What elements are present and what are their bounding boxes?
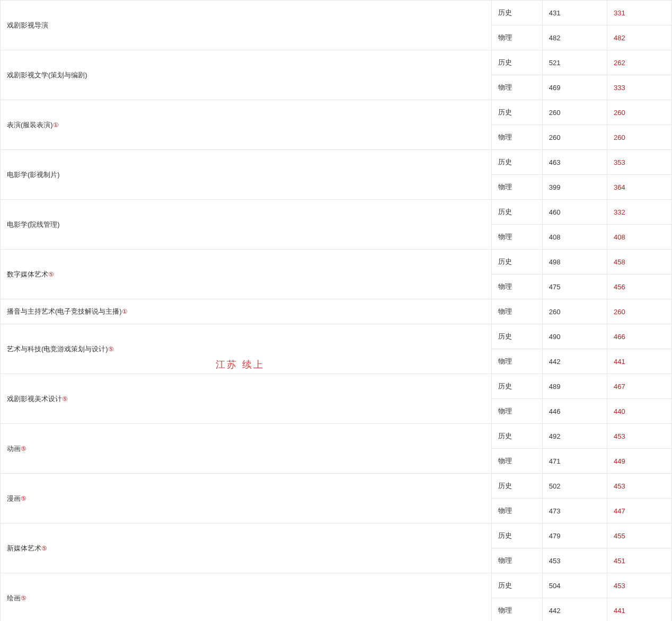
score1-cell: 473 <box>542 499 607 524</box>
score1-cell: 463 <box>542 150 607 175</box>
score1-cell: 469 <box>542 75 607 100</box>
score1-cell: 442 <box>542 598 607 622</box>
footnote-marker: ① <box>122 308 128 315</box>
table-row: 表演(服装表演)①历史260260 <box>1 100 672 125</box>
major-cell: 漫画⑤ <box>1 474 492 524</box>
subject-cell: 物理 <box>491 75 542 100</box>
major-name: 漫画 <box>7 494 21 502</box>
score2-cell: 467 <box>607 374 671 399</box>
score2-cell: 447 <box>607 499 671 524</box>
score1-cell: 479 <box>542 524 607 548</box>
subject-cell: 物理 <box>491 449 542 474</box>
score1-cell: 260 <box>542 299 607 324</box>
scores-table: 戏剧影视导演历史431331物理482482戏剧影视文学(策划与编剧)历史521… <box>0 0 672 621</box>
subject-cell: 物理 <box>491 25 542 50</box>
major-cell: 电影学(影视制片) <box>1 150 492 200</box>
score1-cell: 502 <box>542 474 607 499</box>
subject-cell: 历史 <box>491 150 542 175</box>
score2-cell: 455 <box>607 524 671 548</box>
major-name: 新媒体艺术 <box>7 544 41 552</box>
score1-cell: 460 <box>542 200 607 225</box>
score2-cell: 260 <box>607 100 671 125</box>
table-row: 电影学(院线管理)历史460332 <box>1 200 672 225</box>
subject-cell: 历史 <box>491 200 542 225</box>
major-name: 电影学(影视制片) <box>7 171 60 179</box>
table-row: 播音与主持艺术(电子竞技解说与主播)①物理260260 <box>1 299 672 324</box>
score1-cell: 498 <box>542 250 607 274</box>
table-row: 数字媒体艺术⑤历史498458 <box>1 250 672 274</box>
subject-cell: 历史 <box>491 474 542 499</box>
major-cell: 戏剧影视美术设计⑤ <box>1 374 492 424</box>
score1-cell: 399 <box>542 175 607 200</box>
major-cell: 新媒体艺术⑤ <box>1 524 492 573</box>
footnote-marker: ⑤ <box>21 495 26 502</box>
subject-cell: 物理 <box>491 548 542 573</box>
major-name: 艺术与科技(电竞游戏策划与设计) <box>7 345 108 353</box>
footnote-marker: ⑤ <box>48 271 54 278</box>
table-row: 电影学(影视制片)历史463353 <box>1 150 672 175</box>
score1-cell: 475 <box>542 274 607 299</box>
major-name: 绘画 <box>7 594 21 602</box>
footnote-marker: ⑤ <box>62 395 68 403</box>
score2-cell: 453 <box>607 424 671 449</box>
score1-cell: 453 <box>542 548 607 573</box>
score2-cell: 333 <box>607 75 671 100</box>
subject-cell: 历史 <box>491 424 542 449</box>
subject-cell: 物理 <box>491 225 542 250</box>
subject-cell: 历史 <box>491 50 542 75</box>
score2-cell: 408 <box>607 225 671 250</box>
table-row: 戏剧影视文学(策划与编剧)历史521262 <box>1 50 672 75</box>
footnote-marker: ⑤ <box>21 445 26 453</box>
major-cell: 电影学(院线管理) <box>1 200 492 250</box>
major-name: 戏剧影视文学(策划与编剧) <box>7 71 87 79</box>
subject-cell: 物理 <box>491 349 542 374</box>
table-row: 新媒体艺术⑤历史479455 <box>1 524 672 548</box>
major-cell: 绘画⑤ <box>1 573 492 622</box>
major-cell: 表演(服装表演)① <box>1 100 492 150</box>
footnote-marker: ⑤ <box>41 545 47 552</box>
score2-cell: 441 <box>607 349 671 374</box>
subject-cell: 物理 <box>491 499 542 524</box>
subject-cell: 物理 <box>491 598 542 622</box>
major-cell: 戏剧影视导演 <box>1 1 492 50</box>
major-name: 戏剧影视导演 <box>7 21 48 29</box>
subject-cell: 历史 <box>491 524 542 548</box>
score2-cell: 449 <box>607 449 671 474</box>
footnote-marker: ① <box>53 121 59 129</box>
table-row: 动画⑤历史492453 <box>1 424 672 449</box>
score2-cell: 260 <box>607 299 671 324</box>
subject-cell: 历史 <box>491 374 542 399</box>
score2-cell: 262 <box>607 50 671 75</box>
footnote-marker: ⑤ <box>108 345 114 353</box>
score2-cell: 331 <box>607 1 671 25</box>
score2-cell: 482 <box>607 25 671 50</box>
score2-cell: 353 <box>607 150 671 175</box>
major-cell: 动画⑤ <box>1 424 492 474</box>
major-name: 电影学(院线管理) <box>7 220 60 228</box>
score1-cell: 260 <box>542 125 607 150</box>
score1-cell: 260 <box>542 100 607 125</box>
subject-cell: 物理 <box>491 299 542 324</box>
score1-cell: 431 <box>542 1 607 25</box>
score2-cell: 332 <box>607 200 671 225</box>
score1-cell: 482 <box>542 25 607 50</box>
subject-cell: 物理 <box>491 399 542 424</box>
score2-cell: 451 <box>607 548 671 573</box>
score1-cell: 521 <box>542 50 607 75</box>
subject-cell: 历史 <box>491 250 542 274</box>
score2-cell: 441 <box>607 598 671 622</box>
subject-cell: 物理 <box>491 125 542 150</box>
major-cell: 戏剧影视文学(策划与编剧) <box>1 50 492 100</box>
major-cell: 播音与主持艺术(电子竞技解说与主播)① <box>1 299 492 324</box>
score2-cell: 466 <box>607 324 671 349</box>
score1-cell: 442 <box>542 349 607 374</box>
footnote-marker: ⑤ <box>21 595 26 602</box>
score1-cell: 446 <box>542 399 607 424</box>
subject-cell: 历史 <box>491 1 542 25</box>
score1-cell: 471 <box>542 449 607 474</box>
score2-cell: 260 <box>607 125 671 150</box>
major-name: 数字媒体艺术 <box>7 270 48 278</box>
subject-cell: 物理 <box>491 175 542 200</box>
score2-cell: 364 <box>607 175 671 200</box>
major-name: 动画 <box>7 445 21 453</box>
